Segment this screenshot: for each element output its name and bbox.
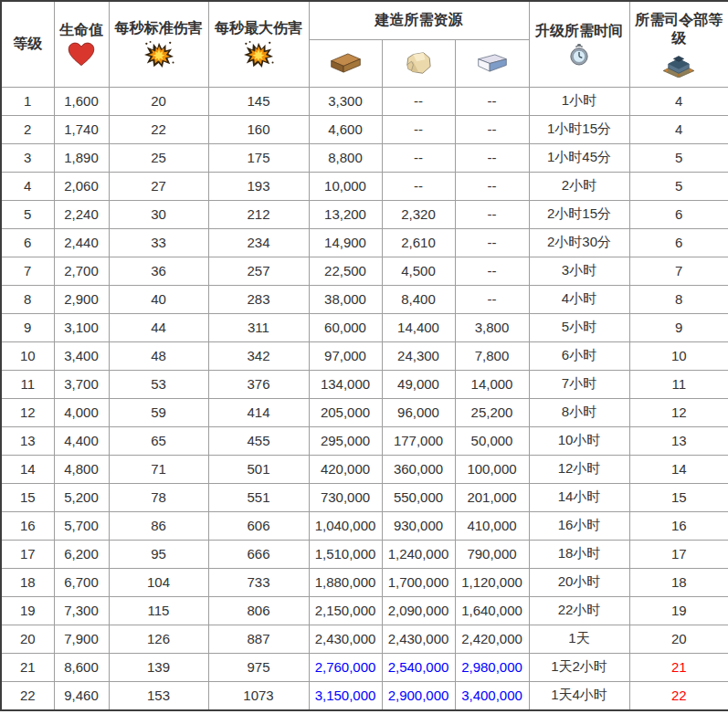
cell-iron: 201,000 xyxy=(455,483,529,511)
cell-hp: 2,060 xyxy=(54,172,109,200)
cell-stone: 360,000 xyxy=(382,455,455,483)
cell-iron: 50,000 xyxy=(455,426,529,455)
cell-hq: 11 xyxy=(629,370,728,398)
cell-dps: 44 xyxy=(109,313,208,341)
cell-stone: 2,320 xyxy=(382,200,455,228)
cell-stone: 2,610 xyxy=(382,228,455,257)
cell-stone: -- xyxy=(382,143,455,172)
cell-wood: 2,430,000 xyxy=(309,625,382,653)
cell-dps: 115 xyxy=(109,596,208,625)
col-header-hp: 生命值 xyxy=(54,1,109,87)
cell-wood: 13,200 xyxy=(309,200,382,228)
cell-wood: 22,500 xyxy=(309,257,382,285)
cell-stone: 4,500 xyxy=(382,257,455,285)
cell-hq: 5 xyxy=(629,172,728,200)
cell-stone: 8,400 xyxy=(382,285,455,313)
cell-time: 5小时 xyxy=(529,313,629,341)
cell-dps: 48 xyxy=(109,341,208,370)
cell-level: 17 xyxy=(1,540,54,568)
cell-hq: 15 xyxy=(629,483,728,511)
cell-stone: 14,400 xyxy=(382,313,455,341)
cell-iron: 3,800 xyxy=(455,313,529,341)
cell-iron: 1,120,000 xyxy=(455,568,529,596)
cell-level: 15 xyxy=(1,483,54,511)
cell-dps: 139 xyxy=(109,653,208,681)
table-row: 93,1004431160,00014,4003,8005小时9 xyxy=(1,313,728,341)
cell-hq: 19 xyxy=(629,596,728,625)
upgrade-stats-table: 等级 生命值 每秒标准伤害 xyxy=(0,0,728,711)
cell-iron: 3,400,000 xyxy=(455,681,529,710)
cell-dps: 71 xyxy=(109,455,208,483)
cell-hp: 6,700 xyxy=(54,568,109,596)
cell-hp: 4,400 xyxy=(54,426,109,455)
cell-dps: 30 xyxy=(109,200,208,228)
col-header-upgrade-time: 升级所需时间 xyxy=(529,1,629,87)
table-row: 229,46015310733,150,0002,900,0003,400,00… xyxy=(1,681,728,710)
cell-wood: 3,300 xyxy=(309,87,382,115)
cell-level: 14 xyxy=(1,455,54,483)
cell-dps: 53 xyxy=(109,370,208,398)
cell-time: 18小时 xyxy=(529,540,629,568)
cell-hq: 17 xyxy=(629,540,728,568)
table-row: 103,4004834297,00024,3007,8006小时10 xyxy=(1,341,728,370)
cell-hp: 2,900 xyxy=(54,285,109,313)
cell-dps: 104 xyxy=(109,568,208,596)
col-header-upgrade-time-label: 升级所需时间 xyxy=(535,22,623,40)
col-header-build-resources-label: 建造所需资源 xyxy=(375,12,463,27)
cell-max_dps: 606 xyxy=(208,511,309,540)
cell-iron: -- xyxy=(455,115,529,143)
table-row: 62,4403323414,9002,610--2小时30分6 xyxy=(1,228,728,257)
cell-hp: 3,700 xyxy=(54,370,109,398)
cell-time: 6小时 xyxy=(529,341,629,370)
cell-wood: 3,150,000 xyxy=(309,681,382,710)
col-header-build-resources: 建造所需资源 xyxy=(309,1,529,39)
table-row: 72,7003625722,5004,500--3小时7 xyxy=(1,257,728,285)
cell-max_dps: 145 xyxy=(208,87,309,115)
cell-time: 16小时 xyxy=(529,511,629,540)
cell-hp: 8,600 xyxy=(54,653,109,681)
table-row: 144,80071501420,000360,000100,00012小时14 xyxy=(1,455,728,483)
fire-burst-icon xyxy=(243,40,274,69)
cell-max_dps: 975 xyxy=(208,653,309,681)
cell-iron: 790,000 xyxy=(455,540,529,568)
cell-hq: 4 xyxy=(629,87,728,115)
cell-time: 14小时 xyxy=(529,483,629,511)
cell-wood: 10,000 xyxy=(309,172,382,200)
cell-max_dps: 551 xyxy=(208,483,309,511)
wood-icon xyxy=(324,51,366,75)
col-header-stone xyxy=(382,39,455,87)
cell-hq: 7 xyxy=(629,257,728,285)
cell-level: 18 xyxy=(1,568,54,596)
col-header-max-dps-label: 每秒最大伤害 xyxy=(215,19,302,37)
table-row: 197,3001158062,150,0002,090,0001,640,000… xyxy=(1,596,728,625)
cell-wood: 420,000 xyxy=(309,455,382,483)
cell-hq: 5 xyxy=(629,143,728,172)
cell-time: 20小时 xyxy=(529,568,629,596)
cell-max_dps: 212 xyxy=(208,200,309,228)
cell-hq: 14 xyxy=(629,455,728,483)
cell-stone: 550,000 xyxy=(382,483,455,511)
cell-time: 3小时 xyxy=(529,257,629,285)
cell-stone: 1,700,000 xyxy=(382,568,455,596)
cell-hq: 8 xyxy=(629,285,728,313)
cell-iron: -- xyxy=(455,228,529,257)
col-header-iron xyxy=(455,39,529,87)
cell-level: 6 xyxy=(1,228,54,257)
cell-hp: 9,460 xyxy=(54,681,109,710)
cell-time: 1小时15分 xyxy=(529,115,629,143)
table-row: 165,700866061,040,000930,000410,00016小时1… xyxy=(1,511,728,540)
cell-max_dps: 455 xyxy=(208,426,309,455)
cell-level: 4 xyxy=(1,172,54,200)
cell-dps: 86 xyxy=(109,511,208,540)
cell-time: 2小时 xyxy=(529,172,629,200)
header-row-1: 等级 生命值 每秒标准伤害 xyxy=(1,1,728,39)
cell-time: 22小时 xyxy=(529,596,629,625)
cell-level: 1 xyxy=(1,87,54,115)
cell-max_dps: 283 xyxy=(208,285,309,313)
cell-iron: 2,420,000 xyxy=(455,625,529,653)
cell-dps: 65 xyxy=(109,426,208,455)
cell-hq: 6 xyxy=(629,200,728,228)
cell-time: 1小时45分 xyxy=(529,143,629,172)
stone-icon xyxy=(401,49,436,77)
cell-iron: 1,640,000 xyxy=(455,596,529,625)
